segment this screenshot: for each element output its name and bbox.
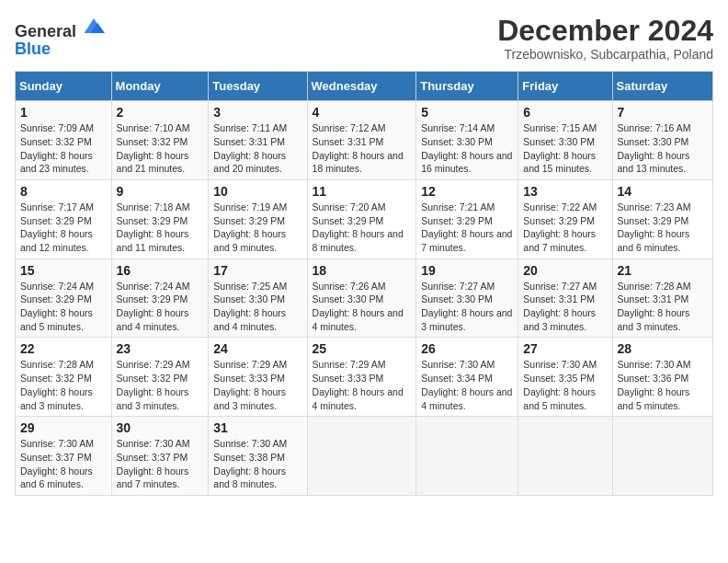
calendar-day-cell: 12 Sunrise: 7:21 AM Sunset: 3:29 PM Dayl… [416, 179, 518, 259]
calendar-day-cell: 9 Sunrise: 7:18 AM Sunset: 3:29 PM Dayli… [111, 179, 209, 259]
calendar-day-cell: 31 Sunrise: 7:30 AM Sunset: 3:38 PM Dayl… [209, 417, 307, 496]
day-info: Sunrise: 7:28 AM Sunset: 3:32 PM Dayligh… [20, 359, 94, 410]
calendar-day-cell: 30 Sunrise: 7:30 AM Sunset: 3:37 PM Dayl… [111, 417, 209, 496]
calendar-day-cell: 27 Sunrise: 7:30 AM Sunset: 3:35 PM Dayl… [518, 338, 612, 417]
day-info: Sunrise: 7:23 AM Sunset: 3:29 PM Dayligh… [618, 201, 691, 253]
calendar-day-cell [612, 417, 712, 496]
calendar-week-row: 22 Sunrise: 7:28 AM Sunset: 3:32 PM Dayl… [16, 338, 713, 417]
calendar-day-cell: 20 Sunrise: 7:27 AM Sunset: 3:31 PM Dayl… [518, 259, 612, 338]
day-number: 4 [313, 105, 412, 120]
day-number: 11 [313, 184, 412, 199]
day-number: 18 [313, 263, 412, 278]
calendar-day-cell: 3 Sunrise: 7:11 AM Sunset: 3:31 PM Dayli… [209, 101, 307, 180]
page-subtitle: Trzebownisko, Subcarpathia, Poland [497, 47, 713, 62]
day-number: 26 [421, 341, 513, 356]
day-number: 16 [117, 263, 204, 278]
day-number: 31 [213, 420, 301, 435]
logo-blue: Blue [15, 40, 51, 58]
calendar-day-cell: 18 Sunrise: 7:26 AM Sunset: 3:30 PM Dayl… [307, 259, 416, 338]
day-info: Sunrise: 7:27 AM Sunset: 3:31 PM Dayligh… [523, 281, 597, 332]
calendar-day-cell: 24 Sunrise: 7:29 AM Sunset: 3:33 PM Dayl… [209, 338, 307, 417]
day-info: Sunrise: 7:15 AM Sunset: 3:30 PM Dayligh… [523, 122, 597, 174]
day-number: 23 [117, 341, 204, 356]
day-number: 29 [20, 420, 107, 435]
calendar-day-cell: 8 Sunrise: 7:17 AM Sunset: 3:29 PM Dayli… [16, 179, 112, 259]
calendar-table: SundayMondayTuesdayWednesdayThursdayFrid… [15, 71, 713, 496]
day-info: Sunrise: 7:22 AM Sunset: 3:29 PM Dayligh… [523, 201, 597, 253]
page-header: General Blue December 2024 Trzebownisko,… [15, 15, 713, 62]
calendar-day-cell [518, 417, 612, 496]
calendar-day-cell: 23 Sunrise: 7:29 AM Sunset: 3:32 PM Dayl… [111, 338, 209, 417]
calendar-day-header: Monday [111, 72, 209, 101]
day-info: Sunrise: 7:10 AM Sunset: 3:32 PM Dayligh… [117, 122, 190, 174]
day-number: 20 [523, 263, 607, 278]
day-number: 14 [618, 184, 708, 199]
day-info: Sunrise: 7:29 AM Sunset: 3:33 PM Dayligh… [213, 359, 287, 410]
day-info: Sunrise: 7:30 AM Sunset: 3:36 PM Dayligh… [618, 359, 691, 410]
day-info: Sunrise: 7:25 AM Sunset: 3:30 PM Dayligh… [213, 281, 287, 332]
calendar-day-cell: 29 Sunrise: 7:30 AM Sunset: 3:37 PM Dayl… [16, 417, 112, 496]
day-number: 2 [117, 105, 204, 120]
calendar-day-cell: 10 Sunrise: 7:19 AM Sunset: 3:29 PM Dayl… [209, 179, 307, 259]
day-number: 19 [421, 263, 513, 278]
day-number: 7 [618, 105, 708, 120]
calendar-week-row: 8 Sunrise: 7:17 AM Sunset: 3:29 PM Dayli… [16, 179, 713, 259]
day-info: Sunrise: 7:24 AM Sunset: 3:29 PM Dayligh… [20, 281, 94, 332]
calendar-header-row: SundayMondayTuesdayWednesdayThursdayFrid… [16, 72, 713, 101]
day-info: Sunrise: 7:09 AM Sunset: 3:32 PM Dayligh… [20, 122, 94, 174]
day-info: Sunrise: 7:24 AM Sunset: 3:29 PM Dayligh… [117, 281, 190, 332]
day-number: 15 [20, 263, 107, 278]
day-number: 12 [421, 184, 513, 199]
day-number: 9 [117, 184, 204, 199]
day-info: Sunrise: 7:17 AM Sunset: 3:29 PM Dayligh… [20, 201, 94, 253]
calendar-day-cell: 17 Sunrise: 7:25 AM Sunset: 3:30 PM Dayl… [209, 259, 307, 338]
calendar-day-cell: 22 Sunrise: 7:28 AM Sunset: 3:32 PM Dayl… [16, 338, 112, 417]
day-info: Sunrise: 7:12 AM Sunset: 3:31 PM Dayligh… [313, 122, 404, 174]
day-info: Sunrise: 7:29 AM Sunset: 3:33 PM Dayligh… [313, 359, 404, 410]
day-info: Sunrise: 7:16 AM Sunset: 3:30 PM Dayligh… [618, 122, 691, 174]
day-number: 5 [421, 105, 513, 120]
day-number: 1 [20, 105, 107, 120]
calendar-day-cell: 26 Sunrise: 7:30 AM Sunset: 3:34 PM Dayl… [416, 338, 518, 417]
logo: General Blue [15, 15, 105, 58]
day-number: 28 [618, 341, 708, 356]
day-number: 8 [20, 184, 107, 199]
calendar-day-cell [307, 417, 416, 496]
day-number: 17 [213, 263, 301, 278]
calendar-day-cell: 21 Sunrise: 7:28 AM Sunset: 3:31 PM Dayl… [612, 259, 712, 338]
day-number: 24 [213, 341, 301, 356]
calendar-day-cell: 16 Sunrise: 7:24 AM Sunset: 3:29 PM Dayl… [111, 259, 209, 338]
day-number: 6 [523, 105, 607, 120]
calendar-week-row: 29 Sunrise: 7:30 AM Sunset: 3:37 PM Dayl… [16, 417, 713, 496]
day-info: Sunrise: 7:30 AM Sunset: 3:38 PM Dayligh… [213, 438, 287, 489]
day-info: Sunrise: 7:30 AM Sunset: 3:37 PM Dayligh… [20, 438, 94, 489]
day-info: Sunrise: 7:29 AM Sunset: 3:32 PM Dayligh… [117, 359, 190, 410]
calendar-day-cell: 15 Sunrise: 7:24 AM Sunset: 3:29 PM Dayl… [16, 259, 112, 338]
day-number: 13 [523, 184, 607, 199]
day-number: 25 [313, 341, 412, 356]
calendar-day-cell: 4 Sunrise: 7:12 AM Sunset: 3:31 PM Dayli… [307, 101, 416, 180]
calendar-day-cell [416, 417, 518, 496]
day-info: Sunrise: 7:28 AM Sunset: 3:31 PM Dayligh… [618, 281, 691, 332]
day-info: Sunrise: 7:14 AM Sunset: 3:30 PM Dayligh… [421, 122, 512, 174]
calendar-day-cell: 19 Sunrise: 7:27 AM Sunset: 3:30 PM Dayl… [416, 259, 518, 338]
calendar-day-cell: 7 Sunrise: 7:16 AM Sunset: 3:30 PM Dayli… [612, 101, 712, 180]
calendar-day-cell: 11 Sunrise: 7:20 AM Sunset: 3:29 PM Dayl… [307, 179, 416, 259]
day-number: 3 [213, 105, 301, 120]
logo-general: General [15, 22, 76, 40]
day-number: 10 [213, 184, 301, 199]
day-info: Sunrise: 7:30 AM Sunset: 3:35 PM Dayligh… [523, 359, 597, 410]
calendar-day-cell: 13 Sunrise: 7:22 AM Sunset: 3:29 PM Dayl… [518, 179, 612, 259]
day-number: 21 [618, 263, 708, 278]
day-info: Sunrise: 7:26 AM Sunset: 3:30 PM Dayligh… [313, 281, 404, 332]
calendar-day-cell: 14 Sunrise: 7:23 AM Sunset: 3:29 PM Dayl… [612, 179, 712, 259]
logo-icon [83, 15, 105, 37]
day-info: Sunrise: 7:27 AM Sunset: 3:30 PM Dayligh… [421, 281, 512, 332]
calendar-day-cell: 1 Sunrise: 7:09 AM Sunset: 3:32 PM Dayli… [16, 101, 112, 180]
calendar-day-header: Tuesday [209, 72, 307, 101]
calendar-week-row: 15 Sunrise: 7:24 AM Sunset: 3:29 PM Dayl… [16, 259, 713, 338]
calendar-day-cell: 25 Sunrise: 7:29 AM Sunset: 3:33 PM Dayl… [307, 338, 416, 417]
calendar-week-row: 1 Sunrise: 7:09 AM Sunset: 3:32 PM Dayli… [16, 101, 713, 180]
day-info: Sunrise: 7:21 AM Sunset: 3:29 PM Dayligh… [421, 201, 512, 253]
calendar-day-header: Saturday [612, 72, 712, 101]
